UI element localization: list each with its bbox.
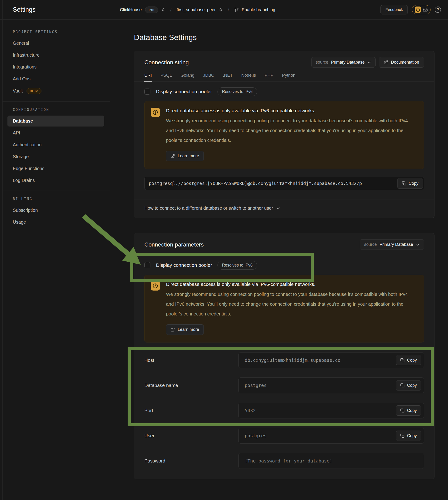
- enable-branching-button[interactable]: Enable branching: [234, 7, 275, 12]
- password-input[interactable]: [The password for your database]: [239, 453, 424, 469]
- copy-icon: [402, 181, 406, 186]
- breadcrumb: ClickHouse Pro / first_supabase_peer / E…: [120, 6, 275, 13]
- connection-string-card: Connection string source Primary Databas…: [134, 51, 434, 218]
- connection-parameters-form: Host db.cxhygiuitamxhniiddjm.supabase.co…: [134, 343, 434, 479]
- connection-parameters-card: Connection parameters source Primary Dat…: [134, 233, 434, 479]
- copy-icon: [400, 358, 405, 363]
- copy-port-button[interactable]: Copy: [396, 405, 421, 416]
- source-select-label: source: [316, 60, 328, 65]
- pooler-label: Display connection pooler: [156, 262, 212, 268]
- page-header-title: Settings: [13, 6, 120, 13]
- learn-more-label: Learn more: [178, 153, 199, 158]
- tab-uri[interactable]: URI: [144, 73, 152, 82]
- top-header: Settings ClickHouse Pro / first_supabase…: [0, 0, 448, 19]
- project-selector-chevrons-icon[interactable]: [219, 7, 223, 12]
- feedback-button[interactable]: Feedback: [381, 5, 408, 15]
- help-button[interactable]: ?: [435, 6, 441, 13]
- port-value: 5432: [245, 408, 256, 413]
- project-name[interactable]: first_supabase_peer: [177, 7, 216, 12]
- sidebar-divider: [2, 191, 110, 191]
- copy-host-button[interactable]: Copy: [396, 355, 421, 365]
- section-label-project-settings: PROJECT SETTINGS: [2, 26, 110, 37]
- header-actions: Feedback ?: [381, 5, 441, 15]
- user-value: postgres: [245, 433, 267, 438]
- user-input[interactable]: postgres Copy: [239, 428, 424, 444]
- sidebar-item-label: Integrations: [13, 64, 37, 70]
- tab-psql[interactable]: PSQL: [160, 73, 172, 81]
- sidebar-item-general[interactable]: General: [2, 37, 110, 49]
- display-connection-pooler-checkbox[interactable]: [144, 262, 150, 268]
- sidebar-item-database[interactable]: Database: [7, 116, 104, 127]
- sidebar-item-label: Vault: [13, 88, 23, 94]
- sidebar-item-vault[interactable]: Vault BETA: [2, 85, 110, 97]
- sidebar-item-integrations[interactable]: Integrations: [2, 61, 110, 73]
- sidebar-item-label: API: [13, 130, 20, 136]
- source-select-value: Primary Database: [331, 60, 365, 65]
- documentation-label: Documentation: [391, 60, 419, 65]
- copy-label: Copy: [407, 383, 417, 388]
- connection-string-header: Connection string source Primary Databas…: [134, 51, 434, 67]
- database-name-row: Database name postgres Copy: [144, 377, 424, 393]
- warning-badge-icon: [415, 6, 421, 13]
- sidebar-item-log-drains[interactable]: Log Drains: [2, 175, 110, 186]
- password-placeholder: [The password for your database]: [245, 458, 332, 464]
- warning-title: Direct database access is only available…: [166, 106, 415, 114]
- database-name-input[interactable]: postgres Copy: [239, 377, 424, 393]
- ipv6-warning-banner: Direct database access is only available…: [144, 275, 424, 343]
- connect-help-disclosure[interactable]: How to connect to a different database o…: [134, 200, 434, 218]
- documentation-button[interactable]: Documentation: [379, 57, 424, 67]
- source-select[interactable]: source Primary Database: [360, 239, 424, 250]
- sidebar-item-authentication[interactable]: Authentication: [2, 139, 110, 151]
- copy-label: Copy: [407, 358, 417, 363]
- copy-label: Copy: [407, 433, 417, 438]
- connection-string-title: Connection string: [144, 59, 311, 66]
- sidebar-item-edge-functions[interactable]: Edge Functions: [2, 163, 110, 175]
- app-root: Settings ClickHouse Pro / first_supabase…: [0, 0, 448, 500]
- tab-golang[interactable]: Golang: [180, 73, 194, 81]
- tab-python[interactable]: Python: [282, 73, 295, 81]
- copy-icon: [400, 433, 405, 438]
- page-title: Database Settings: [134, 33, 448, 42]
- sidebar-item-subscription[interactable]: Subscription: [2, 204, 110, 216]
- warning-body: We strongly recommend using connection p…: [166, 289, 415, 319]
- warning-body: We strongly recommend using connection p…: [166, 116, 415, 145]
- chevron-down-icon: [416, 243, 420, 247]
- tab-jdbc[interactable]: JDBC: [203, 73, 214, 81]
- learn-more-button[interactable]: Learn more: [166, 324, 204, 335]
- org-name[interactable]: ClickHouse: [120, 7, 142, 12]
- tab-dotnet[interactable]: .NET: [223, 73, 233, 81]
- source-select[interactable]: source Primary Database: [311, 57, 376, 67]
- copy-user-button[interactable]: Copy: [396, 431, 421, 441]
- learn-more-button[interactable]: Learn more: [166, 151, 204, 161]
- connect-help-label: How to connect to a different database o…: [144, 205, 273, 211]
- user-row: User postgres Copy: [144, 428, 424, 444]
- connection-uri-value[interactable]: postgresql://postgres:[YOUR-PASSWORD]@db…: [144, 177, 424, 190]
- user-label: User: [144, 433, 239, 438]
- sidebar-item-api[interactable]: API: [2, 127, 110, 139]
- copy-database-name-button[interactable]: Copy: [396, 380, 421, 390]
- sidebar-item-label: Subscription: [13, 208, 38, 213]
- copy-uri-button[interactable]: Copy: [398, 178, 423, 189]
- ipv6-warning-banner: Direct database access is only available…: [144, 101, 424, 169]
- sidebar-item-add-ons[interactable]: Add Ons: [2, 73, 110, 85]
- chevron-down-icon: [368, 61, 371, 64]
- org-selector-chevrons-icon[interactable]: [161, 7, 165, 12]
- enable-branching-label: Enable branching: [242, 7, 275, 12]
- host-input[interactable]: db.cxhygiuitamxhniiddjm.supabase.co Copy: [239, 352, 424, 368]
- connection-string-tabs: URI PSQL Golang JDBC .NET Node.js PHP Py…: [134, 67, 434, 82]
- host-row: Host db.cxhygiuitamxhniiddjm.supabase.co…: [144, 352, 424, 368]
- alert-icon: [151, 281, 160, 291]
- plan-badge[interactable]: Pro: [145, 6, 158, 13]
- sidebar-item-usage[interactable]: Usage: [2, 216, 110, 228]
- ipv6-badge: Resolves to IPv6: [218, 261, 257, 269]
- notifications-button[interactable]: [412, 5, 431, 14]
- sidebar-item-storage[interactable]: Storage: [2, 151, 110, 163]
- display-connection-pooler-checkbox[interactable]: [144, 88, 150, 95]
- sidebar-item-infrastructure[interactable]: Infrastructure: [2, 49, 110, 61]
- tab-php[interactable]: PHP: [265, 73, 273, 81]
- tab-nodejs[interactable]: Node.js: [241, 73, 256, 81]
- port-input[interactable]: 5432 Copy: [239, 403, 424, 418]
- warning-title: Direct database access is only available…: [166, 280, 415, 287]
- settings-sidebar: PROJECT SETTINGS General Infrastructure …: [2, 19, 110, 500]
- sidebar-item-label: Usage: [13, 219, 26, 225]
